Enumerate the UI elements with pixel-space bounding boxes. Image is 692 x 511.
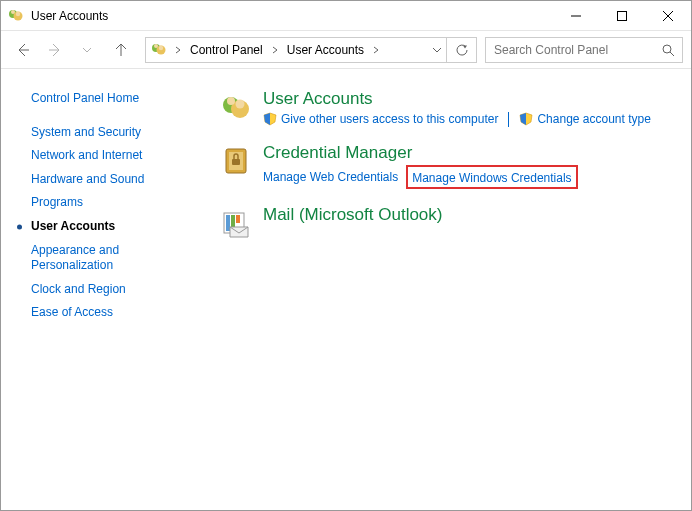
svg-rect-25: [226, 215, 230, 231]
shield-icon: [263, 112, 277, 126]
credential-manager-title[interactable]: Credential Manager: [263, 143, 681, 163]
category-mail: Mail (Microsoft Outlook): [215, 205, 681, 239]
shield-icon: [519, 112, 533, 126]
svg-line-16: [670, 52, 674, 56]
window-controls: [553, 1, 691, 30]
link-change-account-type[interactable]: Change account type: [519, 111, 650, 127]
sidebar-item-network[interactable]: Network and Internet: [11, 144, 205, 168]
app-icon: [7, 7, 25, 25]
mail-title[interactable]: Mail (Microsoft Outlook): [263, 205, 681, 225]
user-accounts-icon: [215, 89, 257, 127]
recent-dropdown[interactable]: [73, 36, 101, 64]
sidebar-item-system[interactable]: System and Security: [11, 121, 205, 145]
user-accounts-title[interactable]: User Accounts: [263, 89, 681, 109]
address-bar: Control Panel User Accounts: [145, 37, 477, 63]
svg-point-2: [11, 10, 15, 14]
search-button[interactable]: [654, 38, 682, 62]
main-panel: User Accounts Give other users access to…: [205, 69, 691, 510]
highlight-box: Manage Windows Credentials: [406, 165, 577, 189]
svg-rect-5: [618, 11, 627, 20]
up-button[interactable]: [107, 36, 135, 64]
forward-button[interactable]: [41, 36, 69, 64]
search-input[interactable]: [486, 38, 654, 62]
link-give-access[interactable]: Give other users access to this computer: [263, 111, 498, 127]
link-give-access-text: Give other users access to this computer: [281, 112, 498, 126]
maximize-button[interactable]: [599, 1, 645, 30]
breadcrumb-icon: [150, 41, 168, 59]
close-button[interactable]: [645, 1, 691, 30]
credential-manager-icon: [215, 143, 257, 189]
sidebar-item-clock[interactable]: Clock and Region: [11, 278, 205, 302]
sidebar: Control Panel Home System and Security N…: [1, 69, 205, 510]
minimize-button[interactable]: [553, 1, 599, 30]
sidebar-item-appearance[interactable]: Appearance and Personalization: [11, 239, 205, 278]
svg-point-14: [159, 45, 163, 49]
breadcrumb-item-user-accounts[interactable]: User Accounts: [283, 38, 368, 62]
sidebar-home[interactable]: Control Panel Home: [11, 87, 205, 111]
breadcrumb-item-control-panel[interactable]: Control Panel: [186, 38, 267, 62]
window-title: User Accounts: [31, 9, 553, 23]
link-manage-windows-credentials[interactable]: Manage Windows Credentials: [412, 170, 571, 186]
svg-point-20: [236, 100, 245, 109]
svg-point-3: [16, 11, 20, 15]
refresh-button[interactable]: [446, 38, 476, 62]
sidebar-item-programs[interactable]: Programs: [11, 191, 205, 215]
category-credential-manager: Credential Manager Manage Web Credential…: [215, 143, 681, 189]
svg-point-13: [154, 44, 158, 48]
svg-point-15: [663, 45, 671, 53]
svg-rect-27: [236, 215, 240, 223]
toolbar: Control Panel User Accounts: [1, 31, 691, 69]
mail-icon: [215, 205, 257, 239]
svg-rect-23: [232, 159, 240, 165]
svg-point-19: [227, 97, 235, 105]
sidebar-item-ease[interactable]: Ease of Access: [11, 301, 205, 325]
sidebar-item-hardware[interactable]: Hardware and Sound: [11, 168, 205, 192]
link-manage-web-credentials[interactable]: Manage Web Credentials: [263, 169, 398, 185]
breadcrumb-root-chevron[interactable]: [170, 38, 186, 62]
titlebar: User Accounts: [1, 1, 691, 31]
separator: [508, 112, 509, 127]
breadcrumb: Control Panel User Accounts: [146, 38, 428, 62]
breadcrumb-chevron[interactable]: [267, 38, 283, 62]
address-dropdown[interactable]: [428, 38, 446, 62]
breadcrumb-chevron[interactable]: [368, 38, 384, 62]
body: Control Panel Home System and Security N…: [1, 69, 691, 510]
svg-rect-26: [231, 215, 235, 227]
category-user-accounts: User Accounts Give other users access to…: [215, 89, 681, 127]
search-box: [485, 37, 683, 63]
back-button[interactable]: [9, 36, 37, 64]
sidebar-item-user-accounts[interactable]: User Accounts: [11, 215, 205, 239]
link-change-account-type-text: Change account type: [537, 112, 650, 126]
